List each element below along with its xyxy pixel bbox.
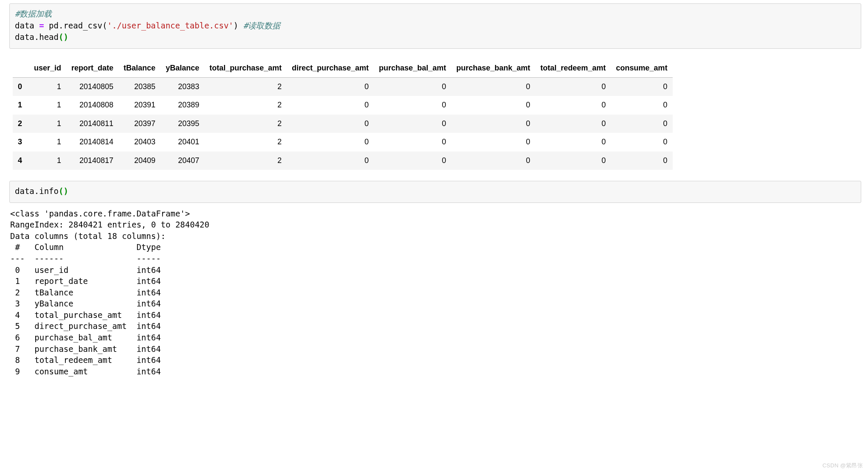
col-direct_purchase_amt: direct_purchase_amt [287, 59, 374, 78]
table-row: 41201408172040920407200000 [13, 152, 673, 170]
cell: 20383 [161, 78, 204, 96]
cell: 0 [451, 115, 535, 133]
cell: 0 [451, 96, 535, 114]
info-pre: <class 'pandas.core.frame.DataFrame'> Ra… [10, 208, 861, 377]
cell: 0 [287, 133, 374, 151]
row-index: 2 [13, 115, 29, 133]
cell: 0 [611, 96, 673, 114]
table-row: 31201408142040320401200000 [13, 133, 673, 151]
col-total_purchase_amt: total_purchase_amt [204, 59, 287, 78]
table-head: user_id report_date tBalance yBalance to… [13, 59, 673, 78]
cell: 0 [374, 133, 451, 151]
cell: 2 [204, 115, 287, 133]
cell: 0 [287, 78, 374, 96]
code-call: pd.read_csv [44, 21, 102, 30]
notebook-container: #数据加载 data = pd.read_csv('./user_balance… [0, 0, 868, 384]
cell: 0 [374, 78, 451, 96]
code-text: data [15, 21, 39, 30]
code-text: data.head [15, 32, 59, 42]
cell: 0 [535, 78, 611, 96]
cell: 0 [451, 133, 535, 151]
cell: 0 [451, 152, 535, 170]
cell: 20385 [118, 78, 161, 96]
cell: 20389 [161, 96, 204, 114]
cell: 0 [287, 152, 374, 170]
col-report_date: report_date [66, 59, 118, 78]
code-input-area[interactable]: data.info() [9, 181, 861, 203]
dataframe-table: user_id report_date tBalance yBalance to… [13, 59, 673, 170]
cell: 20407 [161, 152, 204, 170]
cell: 0 [535, 96, 611, 114]
col-yBalance: yBalance [161, 59, 204, 78]
code-comment: #数据加载 [15, 9, 52, 18]
cell: 0 [611, 152, 673, 170]
col-consume_amt: consume_amt [611, 59, 673, 78]
cell: 20140805 [66, 78, 118, 96]
cell: 0 [451, 78, 535, 96]
cell: 1 [29, 133, 66, 151]
col-user_id: user_id [29, 59, 66, 78]
code-cell-1: #数据加载 data = pd.read_csv('./user_balance… [3, 3, 868, 49]
col-purchase_bal_amt: purchase_bal_amt [374, 59, 451, 78]
cell: 2 [204, 133, 287, 151]
row-index: 3 [13, 133, 29, 151]
punct: ( [102, 21, 107, 30]
cell: 20397 [118, 115, 161, 133]
cell: 0 [535, 115, 611, 133]
cell: 20140817 [66, 152, 118, 170]
code-input-area[interactable]: #数据加载 data = pd.read_csv('./user_balance… [9, 3, 861, 49]
header-row: user_id report_date tBalance yBalance to… [13, 59, 673, 78]
table-row: 21201408112039720395200000 [13, 115, 673, 133]
cell: 1 [29, 115, 66, 133]
cell: 0 [374, 115, 451, 133]
cell: 0 [287, 96, 374, 114]
col-total_redeem_amt: total_redeem_amt [535, 59, 611, 78]
punct: ) [234, 21, 238, 30]
cell: 2 [204, 78, 287, 96]
cell: 0 [611, 133, 673, 151]
cell: 20403 [118, 133, 161, 151]
code-text: data.info [15, 186, 59, 196]
cell: 2 [204, 152, 287, 170]
cell: 0 [535, 152, 611, 170]
col-purchase_bank_amt: purchase_bank_amt [451, 59, 535, 78]
cell: 1 [29, 96, 66, 114]
row-index: 0 [13, 78, 29, 96]
table-row: 11201408082039120389200000 [13, 96, 673, 114]
cell: 0 [611, 78, 673, 96]
table-row: 01201408052038520383200000 [13, 78, 673, 96]
cell: 20391 [118, 96, 161, 114]
cell: 1 [29, 78, 66, 96]
output-info: <class 'pandas.core.frame.DataFrame'> Ra… [9, 208, 861, 377]
paren: () [59, 32, 68, 42]
row-index: 4 [13, 152, 29, 170]
cell: 0 [374, 96, 451, 114]
cell: 20140808 [66, 96, 118, 114]
cell: 0 [611, 115, 673, 133]
code-cell-2: data.info() [3, 181, 868, 203]
cell: 0 [535, 133, 611, 151]
cell: 0 [287, 115, 374, 133]
code-string: './user_balance_table.csv' [107, 21, 233, 30]
cell: 0 [374, 152, 451, 170]
row-index: 1 [13, 96, 29, 114]
cell: 20140811 [66, 115, 118, 133]
cell: 20395 [161, 115, 204, 133]
output-dataframe: user_id report_date tBalance yBalance to… [9, 59, 861, 170]
code-comment: #读取数据 [238, 21, 280, 30]
cell: 2 [204, 96, 287, 114]
cell: 1 [29, 152, 66, 170]
table-body: 0120140805203852038320000011201408082039… [13, 78, 673, 170]
cell: 20409 [118, 152, 161, 170]
code-operator: = [39, 21, 44, 30]
cell: 20140814 [66, 133, 118, 151]
col-index [13, 59, 29, 78]
paren: () [59, 186, 68, 196]
cell: 20401 [161, 133, 204, 151]
col-tBalance: tBalance [118, 59, 161, 78]
